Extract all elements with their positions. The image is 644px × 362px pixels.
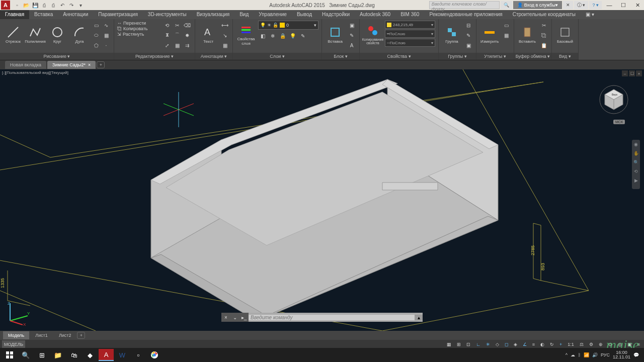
qat-plot-icon[interactable]: ⎙: [49, 1, 57, 9]
leader-icon[interactable]: ↘: [220, 31, 229, 40]
status-infer-icon[interactable]: ⊡: [464, 340, 472, 348]
arc-button[interactable]: Дуга: [69, 21, 90, 49]
insert-block-button[interactable]: Вставка: [325, 21, 345, 49]
status-cleanscreen-icon[interactable]: ▣: [625, 340, 634, 348]
add-tab-button[interactable]: +: [97, 61, 105, 68]
panel-block-title[interactable]: Блок ▾: [322, 53, 359, 60]
tray-bluetooth-icon[interactable]: ᛒ: [578, 352, 581, 357]
panel-utils-title[interactable]: Утилиты ▾: [476, 53, 514, 60]
status-lwt-icon[interactable]: ≡: [530, 340, 537, 348]
tray-wifi-icon[interactable]: 📶: [584, 352, 589, 357]
edit-block-icon[interactable]: ✎: [347, 31, 356, 40]
tray-volume-icon[interactable]: 🔊: [592, 352, 598, 357]
erase-icon[interactable]: ⌫: [183, 21, 192, 30]
attr-icon[interactable]: A: [347, 41, 356, 50]
status-model-button[interactable]: МОДЕЛЬ: [2, 340, 25, 348]
quickcalc-icon[interactable]: ▦: [502, 31, 511, 40]
status-ortho-icon[interactable]: ∟: [474, 340, 482, 348]
tab-output[interactable]: Вывод: [292, 10, 317, 19]
nav-showmotion-icon[interactable]: ▶: [632, 178, 640, 187]
chrome-icon[interactable]: [147, 349, 162, 361]
status-osnap-icon[interactable]: ◻: [503, 340, 510, 348]
ucs-icon[interactable]: Z Y X: [5, 301, 30, 326]
copy-clip-icon[interactable]: ⿻: [539, 31, 548, 40]
status-scale[interactable]: 1:1: [566, 340, 576, 348]
match-props-button[interactable]: Копирование свойств: [363, 21, 383, 49]
polyline-button[interactable]: Полилиния: [25, 21, 45, 49]
stretch-button[interactable]: ⇲Растянуть: [117, 32, 160, 37]
tab-annotate[interactable]: Аннотации: [58, 10, 93, 19]
mirror-icon[interactable]: ⧗: [163, 31, 172, 40]
hatch-icon[interactable]: ▦: [102, 31, 111, 40]
tab-current-drawing[interactable]: Зимние Сады2* ×: [47, 61, 96, 69]
tray-notifications-icon[interactable]: 💬: [633, 352, 639, 357]
layer-lock-icon[interactable]: 🔒: [278, 31, 287, 40]
stayconnected-icon[interactable]: ⓘ ▾: [574, 1, 589, 9]
search-button[interactable]: 🔍: [501, 1, 512, 9]
nav-zoom-icon[interactable]: 🔍: [632, 160, 640, 169]
status-annoscale-icon[interactable]: ⚖: [578, 340, 586, 348]
scale-icon[interactable]: ⤢: [163, 41, 172, 50]
sign-in-button[interactable]: 👤Вход в службы ▾: [513, 1, 562, 9]
ungroup-icon[interactable]: ⊟: [464, 21, 473, 30]
paste-button[interactable]: Вставить: [517, 21, 537, 49]
qat-redo-icon[interactable]: ↷: [67, 1, 75, 9]
copy-button[interactable]: ⿻Копировать: [117, 26, 160, 31]
tab-manage[interactable]: Управление: [254, 10, 292, 19]
status-iso-icon[interactable]: ◇: [494, 340, 501, 348]
start-button[interactable]: [2, 349, 17, 361]
tab-coords[interactable]: Строительные координаты: [508, 10, 581, 19]
cmd-recent-icon[interactable]: ⌄: [230, 313, 239, 322]
line-button[interactable]: Отрезок: [3, 21, 23, 49]
rect-icon[interactable]: ▭: [92, 21, 101, 30]
maximize-button[interactable]: ☐: [617, 1, 630, 10]
trim-icon[interactable]: ✂: [173, 21, 182, 30]
nav-wheel-icon[interactable]: ◉: [632, 142, 640, 151]
cut-icon[interactable]: ✂: [539, 21, 548, 30]
status-hardware-icon[interactable]: ⊙: [606, 340, 614, 348]
table-icon[interactable]: ▦: [220, 41, 229, 50]
panel-groups-title[interactable]: Группы ▾: [439, 53, 476, 60]
ribbon-expand-icon[interactable]: ▣ ▾: [581, 10, 599, 19]
status-3dosnap-icon[interactable]: ◈: [512, 340, 519, 348]
add-layout-button[interactable]: +: [77, 332, 85, 339]
tab-3dtools[interactable]: 3D-инструменты: [143, 10, 192, 19]
status-annomonitor-icon[interactable]: ⊕: [597, 340, 605, 348]
tray-lang[interactable]: РУС: [601, 352, 610, 357]
tray-date[interactable]: 12.11.01: [613, 355, 630, 359]
app-menu-button[interactable]: A: [1, 1, 10, 10]
close-button[interactable]: ✕: [631, 1, 644, 10]
search-taskbar-icon[interactable]: 🔍: [18, 349, 33, 361]
status-customize-icon[interactable]: ≡: [635, 340, 642, 348]
status-workspace-icon[interactable]: ⚙: [587, 340, 595, 348]
group-edit-icon[interactable]: ✎: [464, 31, 473, 40]
qat-open-icon[interactable]: 📂: [22, 1, 30, 9]
infocenter-search[interactable]: Введите ключевое слово/фразу: [429, 1, 500, 9]
nav-orbit-icon[interactable]: ⟲: [632, 169, 640, 178]
status-dyn-icon[interactable]: +: [557, 340, 564, 348]
explorer-icon[interactable]: 📁: [50, 349, 65, 361]
layer-props-button[interactable]: Свойства слоя: [236, 21, 256, 49]
autocad-taskbar-icon[interactable]: A: [99, 349, 114, 361]
color-dropdown[interactable]: 248,215,49▾: [385, 21, 435, 29]
panel-props-title[interactable]: Свойства ▾: [360, 53, 438, 60]
qat-more-icon[interactable]: ▾: [76, 1, 85, 9]
point-icon[interactable]: ·: [102, 41, 111, 50]
nav-pan-icon[interactable]: ✋: [632, 151, 640, 160]
cmd-expand-icon[interactable]: ▴: [415, 315, 423, 320]
status-snap-icon[interactable]: ⊞: [455, 340, 463, 348]
array-icon[interactable]: ▦: [173, 41, 182, 50]
qat-undo-icon[interactable]: ↶: [58, 1, 66, 9]
layer-iso-icon[interactable]: ◧: [258, 31, 267, 40]
command-input[interactable]: [249, 315, 415, 320]
tray-chevron-icon[interactable]: ^: [566, 352, 568, 357]
panel-view-title[interactable]: Вид ▾: [552, 53, 578, 60]
dim-linear-icon[interactable]: ⟷: [220, 21, 229, 30]
tab-bim360[interactable]: BIM 360: [395, 10, 424, 19]
qat-saveas-icon[interactable]: ⎙: [40, 1, 48, 9]
viewcube[interactable]: Верх: [599, 84, 629, 115]
paste-special-icon[interactable]: 📋: [539, 41, 548, 50]
base-view-button[interactable]: Базовый: [555, 21, 575, 49]
spline-icon[interactable]: ∿: [102, 21, 111, 30]
status-polar-icon[interactable]: ✳: [484, 340, 492, 348]
